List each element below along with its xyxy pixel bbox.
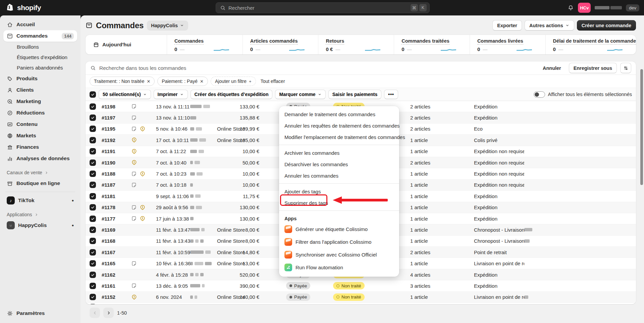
- order-id[interactable]: #1162: [102, 272, 131, 278]
- next-page-button[interactable]: [103, 308, 114, 318]
- prev-page-button[interactable]: [90, 308, 100, 318]
- order-id[interactable]: #1181: [102, 193, 131, 199]
- sidebar-item-commandes[interactable]: Commandes144: [3, 30, 77, 42]
- sidebar-item-accueil[interactable]: Accueil: [3, 19, 77, 30]
- sort-button[interactable]: [620, 63, 631, 73]
- shopify-logo[interactable]: shopify: [7, 3, 41, 12]
- scrollbar-thumb[interactable]: [640, 69, 643, 185]
- clear-all-filters-button[interactable]: Tout effacer: [261, 79, 285, 84]
- stat-metric-5[interactable]: Délai de traitement de la commande 0 —: [545, 35, 636, 54]
- menu-item-filtrer-dans-l-application-colissimo[interactable]: Filtrer dans l'application Colissimo: [279, 235, 399, 248]
- row-checkbox[interactable]: [90, 114, 96, 121]
- row-checkbox[interactable]: [90, 283, 96, 289]
- order-id[interactable]: #1165: [102, 261, 131, 266]
- sidebar-item-boutique-en-ligne[interactable]: Boutique en ligne: [3, 178, 77, 189]
- sidebar-item-happycolis[interactable]: HappyColis•: [3, 220, 77, 231]
- order-id[interactable]: #1167: [102, 249, 131, 255]
- order-id[interactable]: #1197: [102, 115, 131, 121]
- row-checkbox[interactable]: [90, 294, 96, 300]
- order-id[interactable]: #1177: [102, 216, 131, 222]
- remove-filter-icon[interactable]: ✕: [147, 79, 150, 84]
- overflow-actions-button[interactable]: •••: [384, 90, 398, 99]
- sidebar-item-clients[interactable]: Clients: [3, 84, 77, 96]
- show-selected-toggle[interactable]: [534, 91, 545, 98]
- sidebar-item-parametres[interactable]: Paramètres: [3, 308, 77, 319]
- row-checkbox[interactable]: [90, 159, 96, 166]
- menu-item-annuler-les-requ-tes-de-traitement-des-commandes[interactable]: Annuler les requêtes de traitement des c…: [279, 120, 399, 131]
- order-id[interactable]: #1192: [102, 137, 131, 143]
- order-id[interactable]: #1188: [102, 171, 131, 177]
- menu-item-modifier-l-emplacement-de-traitement-des-commandes[interactable]: Modifier l'emplacement de traitement des…: [279, 131, 399, 143]
- avatar[interactable]: HCv: [578, 3, 591, 13]
- stat-metric-3[interactable]: Commandes traitées 0 —: [394, 35, 470, 54]
- order-id[interactable]: #1198: [102, 104, 131, 109]
- sidebar-item-tiktok[interactable]: ♪TikTok•: [3, 195, 77, 206]
- filter-chip-0[interactable]: Traitement: : Non traitée✕: [90, 77, 155, 86]
- order-id[interactable]: #1161: [102, 283, 131, 289]
- remove-filter-icon[interactable]: ✕: [200, 79, 204, 84]
- row-checkbox[interactable]: [90, 204, 96, 211]
- order-id[interactable]: #1152: [102, 294, 131, 300]
- sidebar-item-produits[interactable]: Produits: [3, 73, 77, 84]
- order-id[interactable]: #1195: [102, 126, 131, 132]
- sidebar-item-finances[interactable]: Finances: [3, 141, 77, 153]
- row-checkbox[interactable]: [90, 171, 96, 177]
- order-row-1161[interactable]: #1161 13 déc. à 9:05 390,00 € Payée Non …: [86, 280, 636, 291]
- row-checkbox[interactable]: [90, 238, 96, 244]
- row-checkbox[interactable]: [90, 272, 96, 278]
- row-checkbox[interactable]: [90, 126, 96, 132]
- sidebar-subitem-paniers-abandonn-s[interactable]: Paniers abandonnés: [3, 62, 77, 73]
- sidebar-item-contenu[interactable]: Contenu: [3, 119, 77, 130]
- orders-search-input[interactable]: Recherche dans tous les commandes: [99, 65, 538, 71]
- sidebar-item-r-ductions[interactable]: Réductions: [3, 107, 77, 119]
- row-checkbox[interactable]: [90, 216, 96, 222]
- order-id[interactable]: #1190: [102, 160, 131, 166]
- sidebar-item-analyses-de-donn-es[interactable]: Analyses de données: [3, 153, 77, 164]
- sidebar-item-marketing[interactable]: Marketing: [3, 96, 77, 107]
- sidebar-subitem-brouillons[interactable]: Brouillons: [3, 42, 77, 52]
- filter-chip-1[interactable]: Paiement: : Payé✕: [157, 77, 208, 86]
- row-checkbox[interactable]: [90, 249, 96, 256]
- more-actions-button[interactable]: Autres actions: [525, 20, 574, 31]
- export-button[interactable]: Exporter: [492, 20, 522, 31]
- select-all-checkbox[interactable]: [90, 91, 96, 98]
- row-checkbox[interactable]: [90, 227, 96, 233]
- notifications-bell-icon[interactable]: [568, 5, 574, 11]
- order-id[interactable]: #1191: [102, 148, 131, 154]
- menu-item-g-n-rer-une-tiquette-colissimo[interactable]: Générer une étiquette Colissimo: [279, 223, 399, 235]
- menu-item-synchroniser-avec-colissimo-officiel[interactable]: Synchroniser avec Colissimo Officiel: [279, 248, 399, 261]
- stat-metric-2[interactable]: Retours 0 € —: [318, 35, 394, 54]
- save-as-button[interactable]: Enregistrer sous: [569, 63, 617, 73]
- bulk-action-cr-er-des-tiquettes-d-exp-dition[interactable]: Créer des étiquettes d’expédition: [191, 90, 273, 99]
- global-search-input[interactable]: Rechercher ⌘ K: [216, 2, 430, 13]
- stat-metric-0[interactable]: Commandes 0 —: [167, 35, 243, 54]
- create-order-button[interactable]: Créer une commande: [577, 20, 636, 31]
- row-checkbox[interactable]: [90, 193, 96, 199]
- add-filter-chip[interactable]: Ajouter un filtre+: [211, 77, 256, 86]
- row-checkbox[interactable]: [90, 182, 96, 188]
- menu-item-annuler-les-commandes[interactable]: Annuler les commandes: [279, 170, 399, 181]
- menu-item-run-flow-automation[interactable]: Run Flow automation: [279, 261, 399, 274]
- row-checkbox[interactable]: [90, 103, 96, 110]
- menu-item-archiver-les-commandes[interactable]: Archiver les commandes: [279, 147, 399, 158]
- stats-period[interactable]: Aujourd'hui: [86, 35, 167, 54]
- selected-count-button[interactable]: 50 sélectionné(s): [99, 90, 151, 99]
- order-id[interactable]: #1178: [102, 204, 131, 210]
- sidebar-item-markets[interactable]: Markets: [3, 130, 77, 141]
- order-row-1152[interactable]: #1152 6 nov. 2024 Online Store 140,00 € …: [86, 292, 636, 303]
- bulk-action-marquer-comme[interactable]: Marquer comme: [275, 90, 325, 99]
- row-checkbox[interactable]: [90, 260, 96, 267]
- order-id[interactable]: #1169: [102, 227, 131, 233]
- order-id[interactable]: #1168: [102, 238, 131, 244]
- row-checkbox[interactable]: [90, 137, 96, 143]
- sidebar-section-applications[interactable]: Applications: [3, 210, 77, 220]
- menu-item-d-sarchiver-les-commandes[interactable]: Désarchiver les commandes: [279, 158, 399, 170]
- stat-metric-1[interactable]: Articles commandés 0 —: [243, 35, 318, 54]
- bulk-action-saisir-les-paiements[interactable]: Saisir les paiements: [328, 90, 382, 99]
- bulk-action-imprimer[interactable]: Imprimer: [154, 90, 188, 99]
- menu-item-demander-le-traitement-des-commandes[interactable]: Demander le traitement des commandes: [279, 108, 399, 120]
- cancel-button[interactable]: Annuler: [538, 63, 566, 73]
- stat-metric-4[interactable]: Commandes livrées 0 —: [470, 35, 545, 54]
- order-id[interactable]: #1187: [102, 182, 131, 188]
- store-filter-pill[interactable]: HappyColis: [147, 20, 188, 31]
